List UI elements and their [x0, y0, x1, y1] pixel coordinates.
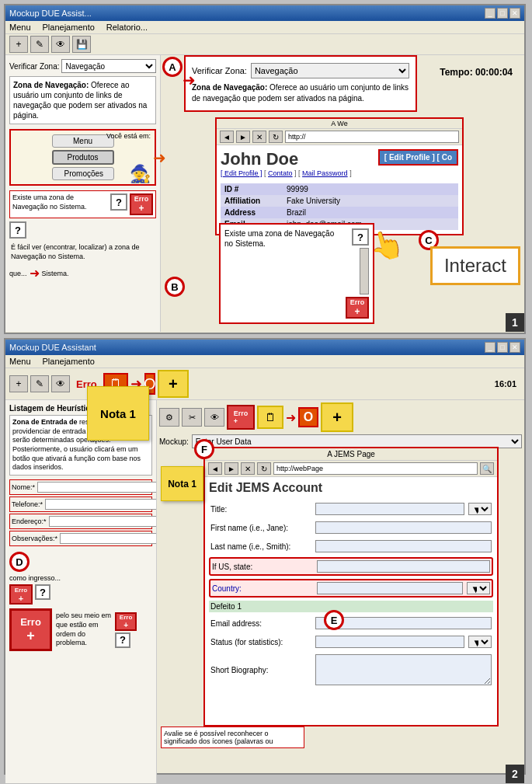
browser-toolbar: ◄ ► ✕ ↻ — [217, 129, 462, 145]
jems-select-title[interactable]: ▼ — [468, 503, 492, 515]
contato-link[interactable]: Contato — [268, 169, 293, 177]
vz-select[interactable]: Navegação — [61, 59, 156, 73]
minimize-btn-2[interactable]: _ — [485, 342, 495, 353]
nav-menu-produtos[interactable]: Produtos — [52, 150, 114, 165]
jems-input-ifus[interactable] — [317, 560, 490, 573]
stop-btn[interactable]: ✕ — [252, 131, 266, 143]
s2-erro-btn-1[interactable]: Erro + — [9, 584, 33, 605]
s2-scissors-btn[interactable]: ✂ — [182, 408, 202, 427]
jems-field-defeito: Defeito 1 — [209, 601, 493, 612]
jems-input-country[interactable] — [317, 582, 463, 594]
back-btn[interactable]: ◄ — [220, 131, 234, 143]
menu-item-relatorio-1[interactable]: Relatorio... — [106, 23, 148, 32]
zona-desc-title-left: Zona de Navegação: — [13, 81, 89, 89]
jems-textarea-bio[interactable] — [315, 654, 492, 685]
jems-search-btn[interactable]: 🔍 — [480, 462, 494, 475]
edit-profile-link[interactable]: [ Edit Profile ] — [221, 169, 263, 177]
restore-btn-1[interactable]: □ — [497, 8, 508, 19]
s2-O-btn[interactable]: O — [298, 407, 318, 427]
jems-input-firstname[interactable] — [315, 521, 492, 534]
jems-back-btn[interactable]: ◄ — [208, 462, 222, 475]
erro-big-area: Erro + pelo seu meio em que estão em ord… — [9, 608, 152, 651]
menu-item-planejamento-2[interactable]: Planejamento — [43, 357, 95, 366]
s2-note-big-btn[interactable]: + — [321, 402, 353, 432]
id-value: 99999 — [283, 183, 458, 195]
field-input-observacoes[interactable] — [60, 533, 157, 544]
jems-input-status[interactable] — [315, 636, 464, 648]
titlebar-controls-1: _ □ ✕ — [485, 8, 520, 19]
toolbar-btn-view[interactable]: 👁 — [51, 36, 70, 53]
nav-menu-menu[interactable]: Menu — [52, 134, 114, 148]
nav-character: 🧙 — [130, 164, 151, 184]
s2-gear-btn[interactable]: ⚙ — [159, 408, 179, 427]
field-label-endereco: Endereço:* — [12, 517, 47, 525]
jems-label-defeito: Defeito 1 — [210, 602, 311, 611]
s2-eye-btn[interactable]: 👁 — [204, 408, 224, 427]
field-input-endereco[interactable] — [49, 516, 157, 527]
s2-erro-btn-2[interactable]: Erro + — [115, 612, 137, 631]
nav-menu-sim: Você está em: Menu Produtos Promoções ➜ … — [9, 129, 156, 186]
field-input-telefone[interactable] — [45, 499, 157, 510]
jems-label-status: Status (for statistics): — [210, 638, 311, 646]
s2-left-panel: Listagem de Heurísticas por... Nota 1 Zo… — [5, 400, 157, 783]
close-btn-1[interactable]: ✕ — [509, 8, 520, 19]
restore-btn-2[interactable]: □ — [497, 342, 508, 353]
question-btn-1[interactable]: ? — [110, 193, 127, 211]
jems-input-title[interactable] — [315, 503, 464, 515]
close-btn-2[interactable]: ✕ — [509, 342, 520, 353]
toolbar-1: + ✎ 👁 💾 — [5, 34, 524, 55]
zona-desc-box-left: Zona de Navegação: Oferece ao usuário um… — [9, 76, 156, 124]
forward-btn[interactable]: ► — [236, 131, 250, 143]
edit-profile-btn[interactable]: [ Edit Profile ] [ Co — [378, 149, 458, 166]
profile-links: [ Edit Profile ] [ Contato ] [ Mail Pass… — [221, 169, 352, 177]
s2-erro-top-btn[interactable]: Erro+ — [227, 405, 255, 430]
toolbar-btn-add[interactable]: + — [9, 36, 28, 53]
mail-password-link[interactable]: Mail Password — [302, 169, 348, 177]
label-A: A — [162, 57, 183, 77]
minimize-btn-1[interactable]: _ — [485, 8, 495, 19]
sistema-text: Sistema. — [42, 270, 69, 277]
qd-erro-btn[interactable]: Erro + — [346, 297, 369, 319]
jems-refresh-btn[interactable]: ↻ — [257, 462, 271, 475]
menubar-1: Menu Planejamento Relatorio... — [5, 21, 524, 34]
url-input[interactable] — [285, 131, 459, 143]
zona-entrada-title: Zona de Entrada de — [12, 418, 78, 426]
nav-menu-promocoes[interactable]: Promoções — [52, 167, 114, 180]
menu-item-planejamento-1[interactable]: Planejamento — [43, 23, 95, 32]
label-B: B — [165, 277, 185, 297]
s2-note-tb-btn[interactable]: 🗒 — [257, 406, 283, 429]
refresh-btn[interactable]: ↻ — [269, 131, 283, 143]
jems-stop-btn[interactable]: ✕ — [241, 462, 255, 475]
avalie-box: Avalie se é possível reconhecer o signif… — [161, 727, 304, 748]
question-dialog: Existe uma zona de Navegação no Sistema.… — [219, 223, 374, 324]
s2-question-btn-1[interactable]: ? — [35, 584, 50, 600]
field-input-nome[interactable] — [37, 482, 157, 493]
jems-url-input[interactable] — [273, 462, 478, 475]
menu-item-menu-1[interactable]: Menu — [9, 23, 31, 32]
nota1-sticky-big[interactable]: Nota 1 — [87, 400, 149, 441]
jems-select-status[interactable]: ▼ — [468, 636, 492, 648]
s2-tb-view[interactable]: 👁 — [51, 375, 70, 392]
s1-right-panel: A ➜ Verificar Zona: Navegação Zona de Na… — [161, 55, 524, 332]
s2-tb-edit[interactable]: ✎ — [30, 375, 49, 392]
menu-item-menu-2[interactable]: Menu — [9, 357, 31, 366]
qd-right: ? Erro + — [346, 228, 369, 319]
jems-field-email: Email address: — [209, 615, 493, 631]
s2-tb-add[interactable]: + — [9, 375, 28, 392]
toolbar-btn-save[interactable]: 💾 — [72, 36, 91, 53]
erro-big-icon[interactable]: Erro + — [9, 608, 52, 651]
jems-select-country[interactable]: ▼ — [467, 582, 490, 594]
question-btn-lone[interactable]: ? — [9, 221, 26, 239]
arrow-que-row: que... ➜ Sistema. — [9, 266, 156, 280]
s2-question-btn-2[interactable]: ? — [115, 632, 130, 648]
qd-scrollbar[interactable] — [360, 248, 369, 294]
jems-forward-btn[interactable]: ► — [224, 462, 238, 475]
nota1-sticky-small[interactable]: Nota 1 — [161, 466, 203, 501]
s2-tb-note-big[interactable]: + — [158, 370, 189, 398]
toolbar-btn-edit[interactable]: ✎ — [30, 36, 49, 53]
jems-label-title: Title: — [210, 505, 311, 514]
jems-input-lastname[interactable] — [315, 540, 492, 552]
callout-select[interactable]: Navegação — [251, 63, 409, 78]
erro-btn-1[interactable]: Erro + — [130, 193, 153, 215]
menubar-2: Menu Planejamento — [5, 355, 524, 368]
